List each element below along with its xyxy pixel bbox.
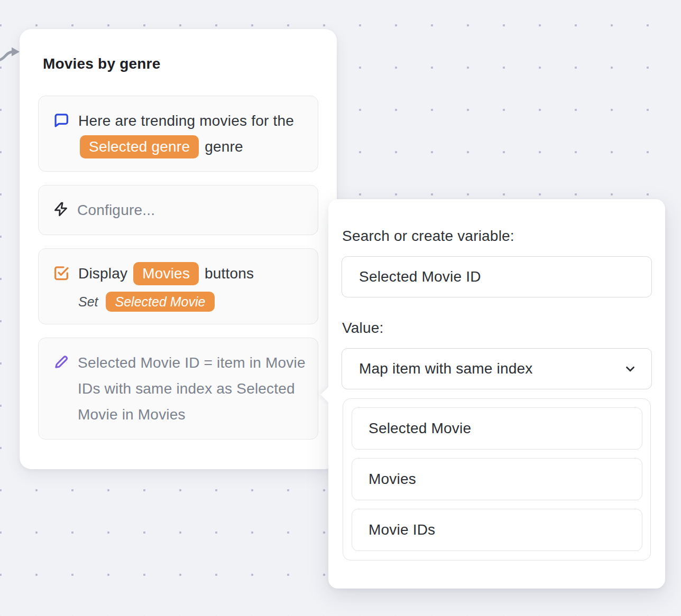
variable-pill-selected-genre: Selected genre [80,135,199,158]
flow-node-movies-by-genre: Movies by genre Here are trending movies… [20,29,337,469]
message-text-after: genre [200,138,243,155]
message-block[interactable]: Here are trending movies for the Selecte… [38,96,318,172]
display-text-before: Display [78,265,132,282]
checkbox-icon [53,265,70,284]
incoming-connector-arrow [0,42,22,66]
lightning-icon [53,201,69,219]
variable-options-list: Selected Movie Movies Movie IDs [343,398,651,561]
configure-block[interactable]: Configure... [38,185,318,235]
pencil-icon [53,354,69,372]
set-line: SetSelected Movie [78,291,254,312]
display-line: Display Movies buttons [78,260,254,286]
message-text-before: Here are trending movies for the [78,113,294,129]
dropdown-selected-value: Map item with same index [359,360,532,377]
set-variable-block[interactable]: Selected Movie ID = item in Movie IDs wi… [38,338,318,440]
search-variable-label: Search or create variable: [342,228,652,245]
display-text-after: buttons [200,265,254,282]
option-movies[interactable]: Movies [352,458,642,500]
configure-label: Configure... [77,197,155,223]
display-block-text: Display Movies buttons SetSelected Movie [78,260,254,312]
variable-pill-movies: Movies [133,262,199,285]
variable-pill-selected-movie: Selected Movie [106,292,215,312]
chevron-down-icon [623,362,637,376]
variable-search-input[interactable] [342,256,652,297]
message-text: Here are trending movies for the Selecte… [78,108,306,160]
option-selected-movie[interactable]: Selected Movie [352,407,642,450]
chat-bubble-icon [53,112,70,131]
value-mode-dropdown[interactable]: Map item with same index [342,348,652,389]
value-label: Value: [342,320,652,337]
variable-popup: Search or create variable: Value: Map it… [328,199,665,589]
option-movie-ids[interactable]: Movie IDs [352,509,642,551]
set-label: Set [78,294,98,309]
node-title: Movies by genre [43,55,318,72]
display-buttons-block[interactable]: Display Movies buttons SetSelected Movie [38,248,318,324]
set-variable-text: Selected Movie ID = item in Movie IDs wi… [78,350,306,427]
